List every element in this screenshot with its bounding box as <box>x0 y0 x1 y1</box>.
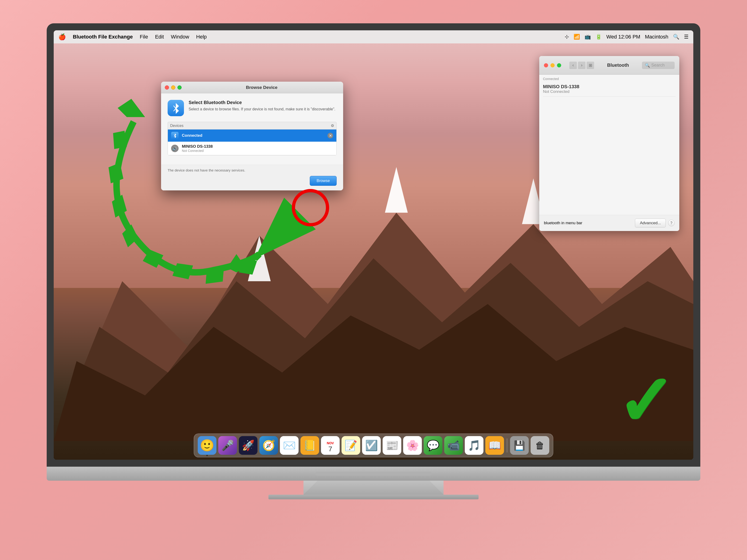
traffic-lights <box>165 85 182 89</box>
dock-ibooks[interactable]: 📖 <box>485 436 504 455</box>
bluetooth-panel: ‹ › ⊞ Bluetooth 🔍 Search Connected <box>539 56 679 231</box>
traffic-lights-small <box>544 63 561 68</box>
menu-bar: 🍎 Bluetooth File Exchange File Edit Wind… <box>54 30 693 44</box>
spotlight-icon[interactable]: 🔍 <box>673 34 679 40</box>
dialog-heading: Select Bluetooth Device <box>189 100 335 105</box>
dock-siri[interactable]: 🎤 <box>218 436 237 455</box>
macbook-base <box>268 495 479 499</box>
panel-toolbar: ‹ › ⊞ Bluetooth 🔍 Search <box>539 56 679 75</box>
device-info-miniso: MINISO DS-1338 Not Connected <box>182 144 333 153</box>
devices-section: Devices ⚙ <box>168 122 337 155</box>
device-row-connected[interactable]: Connected ✕ <box>168 130 336 142</box>
finder-dot <box>206 455 208 456</box>
menu-window[interactable]: Window <box>171 34 189 40</box>
browse-button[interactable]: Browse <box>310 176 337 186</box>
close-button-small[interactable] <box>544 63 548 68</box>
dialog-body: Select Bluetooth Device Select a device … <box>161 93 343 165</box>
bluetooth-icon <box>168 100 184 116</box>
wifi-icon[interactable]: 📶 <box>573 34 580 40</box>
dock-calendar[interactable]: NOV 7 <box>321 436 340 455</box>
dock-photos[interactable]: 🌸 <box>403 436 422 455</box>
dock-trash[interactable]: 🗑 <box>531 436 549 455</box>
nav-grid[interactable]: ⊞ <box>587 61 594 69</box>
panel-footer: bluetooth in menu bar Advanced... ? <box>539 215 679 231</box>
device-name-miniso: MINISO DS-1338 <box>182 144 333 149</box>
device-row-miniso[interactable]: 🔊 MINISO DS-1338 Not Connected <box>168 142 336 155</box>
dialog-header: Select Bluetooth Device Select a device … <box>168 100 337 116</box>
dock-facetime[interactable]: 📹 <box>444 436 463 455</box>
battery-icon[interactable]: 🔋 <box>595 34 602 40</box>
clock: Wed 12:06 PM <box>607 34 640 40</box>
dialog-fullscreen-button[interactable] <box>177 85 182 89</box>
dock-mail[interactable]: ✉️ <box>280 436 299 455</box>
dialog-footer-text: The device does not have the necessary s… <box>168 168 337 172</box>
dock-contacts[interactable]: 📒 <box>301 436 319 455</box>
advanced-button[interactable]: Advanced... <box>635 219 666 228</box>
dock-finder[interactable]: 🙂 <box>198 436 216 455</box>
nav-forward[interactable]: › <box>578 61 586 69</box>
dock-reminders[interactable]: ☑️ <box>362 436 381 455</box>
show-bluetooth-menubar-label: bluetooth in menu bar <box>544 221 582 225</box>
menu-edit[interactable]: Edit <box>155 34 164 40</box>
bluetooth-menubar-icon[interactable]: ⊹ <box>565 34 569 40</box>
settings-icon[interactable]: ⚙ <box>331 124 334 128</box>
devices-header: Devices ⚙ <box>168 122 337 129</box>
menu-help[interactable]: Help <box>196 34 207 40</box>
device-status-miniso: Not Connected <box>182 149 333 153</box>
dock-safari[interactable]: 🧭 <box>259 436 278 455</box>
screen-bezel: 🍎 Bluetooth File Exchange File Edit Wind… <box>47 23 700 466</box>
dialog-footer: The device does not have the necessary s… <box>161 165 343 190</box>
dialog-title-bar: Browse Device <box>161 82 343 93</box>
panel-devices-section: Connected MINISO DS-1338 Not Connected <box>539 75 679 99</box>
macbook-bottom-bar <box>47 466 700 481</box>
device-speaker-icon: 🔊 <box>171 145 179 152</box>
dock-itunes[interactable]: 🎵 <box>465 436 484 455</box>
devices-list: Connected ✕ 🔊 MINISO DS-1338 <box>168 129 337 155</box>
device-name-connected: Connected <box>182 133 324 138</box>
device-info-connected: Connected <box>182 133 324 138</box>
menu-file[interactable]: File <box>140 34 148 40</box>
dialog-title: Browse Device <box>184 85 339 90</box>
dialog-minimize-button[interactable] <box>171 85 175 89</box>
stand-neck <box>304 481 443 495</box>
macbook-chin <box>315 472 432 476</box>
macbook-stand <box>304 481 443 495</box>
airplay-icon[interactable]: 📺 <box>585 34 591 40</box>
dock-messages[interactable]: 💬 <box>424 436 442 455</box>
dialog-text: Select Bluetooth Device Select a device … <box>189 100 335 112</box>
dock-launchpad[interactable]: 🚀 <box>239 436 257 455</box>
devices-label: Devices <box>170 124 183 128</box>
panel-device-status: Not Connected <box>543 89 675 94</box>
panel-title: Bluetooth <box>598 62 639 68</box>
dialog-close-button[interactable] <box>165 85 169 89</box>
panel-search[interactable]: 🔍 Search <box>642 61 675 69</box>
menu-bar-right: ⊹ 📶 📺 🔋 Wed 12:06 PM Macintosh 🔍 ☰ <box>565 34 689 40</box>
panel-device-1[interactable]: MINISO DS-1338 Not Connected <box>543 82 675 97</box>
menu-bar-left: 🍎 Bluetooth File Exchange File Edit Wind… <box>58 33 207 41</box>
fullscreen-button-small[interactable] <box>557 63 561 68</box>
remove-device-btn[interactable]: ✕ <box>328 133 333 138</box>
dock-notes[interactable]: 📝 <box>341 436 360 455</box>
nav-arrows: ‹ › ⊞ <box>569 61 594 69</box>
nav-back[interactable]: ‹ <box>569 61 577 69</box>
search-placeholder: Search <box>651 63 665 68</box>
search-icon-small: 🔍 <box>645 63 650 68</box>
svg-marker-4 <box>385 167 408 213</box>
desktop: 🍎 Bluetooth File Exchange File Edit Wind… <box>54 30 693 460</box>
device-bt-icon <box>171 132 179 139</box>
apple-menu[interactable]: 🍎 <box>58 33 66 41</box>
app-name[interactable]: Bluetooth File Exchange <box>73 34 133 40</box>
connected-label: Connected <box>543 77 675 81</box>
help-button[interactable]: ? <box>668 220 675 226</box>
dialog-description: Select a device to browse files. If your… <box>189 107 335 112</box>
screen: 🍎 Bluetooth File Exchange File Edit Wind… <box>54 30 693 460</box>
browse-dialog[interactable]: Browse Device Select Bluetooth <box>161 82 343 190</box>
macbook-outer: 🍎 Bluetooth File Exchange File Edit Wind… <box>47 23 700 537</box>
dock-news[interactable]: 📰 <box>383 436 401 455</box>
username: Macintosh <box>645 34 668 40</box>
minimize-button-small[interactable] <box>550 63 555 68</box>
dock-disk[interactable]: 💾 <box>510 436 529 455</box>
notification-icon[interactable]: ☰ <box>684 34 689 40</box>
dialog-buttons: Browse <box>168 176 337 186</box>
dock-separator <box>507 438 507 452</box>
